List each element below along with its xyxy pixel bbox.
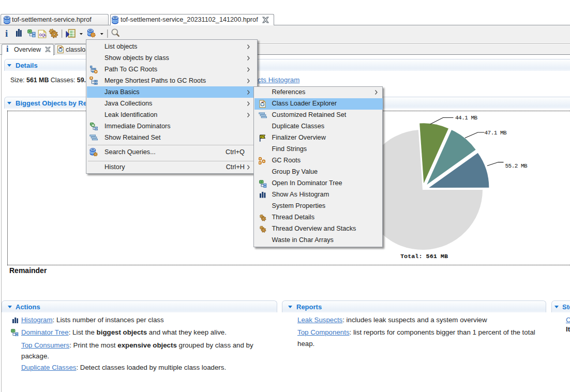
svg-text:OQL: OQL	[39, 33, 47, 37]
svg-text:i: i	[5, 28, 8, 39]
svg-text:47.1 MB: 47.1 MB	[485, 130, 507, 136]
svg-text:44.1 MB: 44.1 MB	[455, 115, 478, 121]
svg-text:55.2 MB: 55.2 MB	[505, 163, 528, 169]
